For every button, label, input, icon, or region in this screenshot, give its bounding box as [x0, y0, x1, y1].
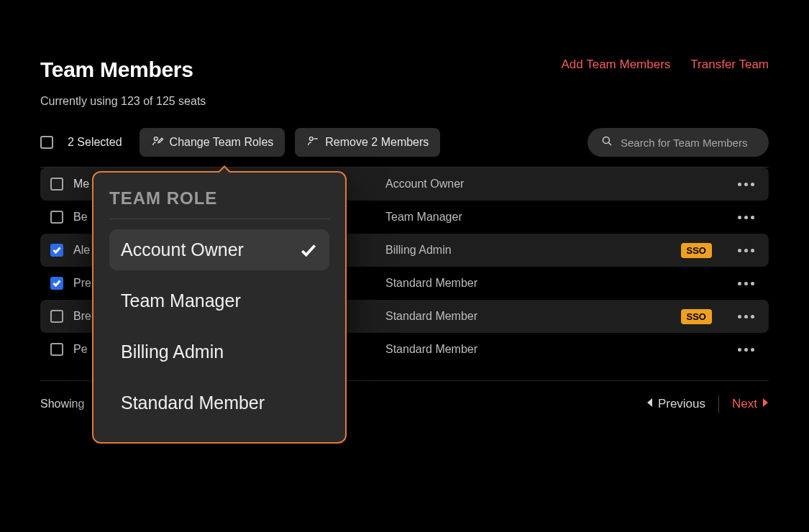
- seat-usage: Currently using 123 of 125 seats: [40, 95, 206, 108]
- row-checkbox[interactable]: [50, 178, 63, 191]
- role-option[interactable]: Billing Admin: [109, 331, 329, 372]
- previous-button[interactable]: Previous: [646, 397, 705, 411]
- row-checkbox[interactable]: [50, 343, 63, 356]
- row-actions-menu[interactable]: [733, 178, 759, 191]
- change-roles-label: Change Team Roles: [170, 136, 274, 149]
- member-role: Standard Member: [385, 277, 723, 290]
- team-role-dropdown: TEAM ROLE Account OwnerTeam ManagerBilli…: [92, 171, 347, 444]
- role-option-label: Team Manager: [121, 290, 241, 311]
- next-label: Next: [732, 397, 757, 411]
- member-role: Account Owner: [385, 178, 723, 191]
- dropdown-title: TEAM ROLE: [109, 188, 329, 219]
- search-field[interactable]: [588, 128, 769, 157]
- select-all-checkbox[interactable]: [40, 136, 53, 149]
- remove-members-label: Remove 2 Members: [325, 136, 429, 149]
- selected-count: 2 Selected: [68, 136, 122, 149]
- member-role: Standard Member: [385, 343, 723, 356]
- search-input[interactable]: [621, 137, 756, 149]
- remove-members-button[interactable]: Remove 2 Members: [295, 128, 440, 157]
- role-option-label: Billing Admin: [121, 341, 224, 362]
- showing-label: Showing: [40, 398, 84, 411]
- toolbar: 2 Selected Change Team Roles Remove 2 Me…: [40, 128, 769, 157]
- caret-right-icon: [762, 397, 769, 411]
- add-team-members-link[interactable]: Add Team Members: [562, 58, 671, 72]
- sso-badge: SSO: [681, 243, 712, 258]
- row-checkbox[interactable]: [50, 310, 63, 323]
- role-option[interactable]: Standard Member: [109, 382, 329, 423]
- svg-point-3: [603, 137, 609, 143]
- check-icon: [299, 241, 318, 260]
- row-checkbox[interactable]: [50, 211, 63, 224]
- user-edit-icon: [151, 134, 164, 150]
- member-role: Standard Member: [385, 310, 671, 323]
- svg-point-1: [310, 137, 314, 141]
- row-actions-menu[interactable]: [733, 211, 759, 224]
- row-actions-menu[interactable]: [733, 244, 759, 257]
- member-role: Billing Admin: [385, 244, 671, 257]
- page-title: Team Members: [40, 58, 206, 82]
- svg-line-4: [608, 142, 611, 145]
- user-remove-icon: [306, 134, 319, 150]
- sso-badge: SSO: [681, 309, 712, 324]
- row-actions-menu[interactable]: [733, 311, 759, 323]
- svg-marker-6: [763, 398, 768, 407]
- role-option[interactable]: Team Manager: [109, 280, 329, 321]
- pager-separator: [718, 395, 719, 413]
- next-button[interactable]: Next: [732, 397, 769, 411]
- transfer-team-link[interactable]: Transfer Team: [690, 58, 769, 72]
- change-team-roles-button[interactable]: Change Team Roles: [140, 128, 285, 157]
- caret-left-icon: [646, 397, 654, 411]
- search-icon: [600, 134, 613, 150]
- role-option-label: Account Owner: [121, 239, 244, 260]
- pagination: Previous Next: [646, 395, 769, 413]
- row-actions-menu[interactable]: [733, 344, 759, 356]
- role-option[interactable]: Account Owner: [109, 229, 329, 270]
- role-option-label: Standard Member: [121, 393, 265, 413]
- svg-point-0: [154, 137, 157, 141]
- row-checkbox[interactable]: [50, 277, 63, 290]
- row-actions-menu[interactable]: [733, 278, 759, 290]
- member-role: Team Manager: [385, 211, 723, 224]
- row-checkbox[interactable]: [50, 244, 63, 257]
- svg-marker-5: [647, 398, 652, 407]
- previous-label: Previous: [658, 397, 705, 411]
